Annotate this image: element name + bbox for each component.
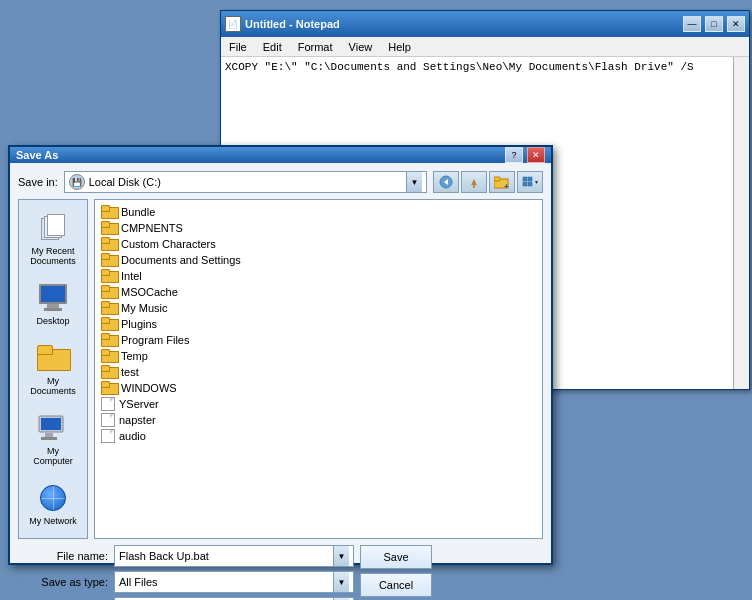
nav-label-desktop: Desktop: [36, 316, 69, 326]
saveas-fields: File name: Flash Back Up.bat ▼ Save as t…: [18, 545, 354, 600]
folder-icon: [101, 365, 117, 379]
file-item-name: MSOCache: [121, 286, 178, 298]
file-item-name: test: [121, 366, 139, 378]
filename-combo[interactable]: Flash Back Up.bat ▼: [114, 545, 354, 567]
svg-rect-9: [523, 182, 527, 186]
views-button[interactable]: [517, 171, 543, 193]
list-item[interactable]: Temp: [99, 348, 538, 364]
list-item[interactable]: CMPNENTS: [99, 220, 538, 236]
svg-rect-13: [41, 418, 61, 430]
file-item-name: audio: [119, 430, 146, 442]
new-folder-button[interactable]: +: [489, 171, 515, 193]
computer-icon: [37, 412, 69, 444]
saveas-body: Save in: 💾 Local Disk (C:) ▼: [10, 163, 551, 600]
back-button[interactable]: [433, 171, 459, 193]
drive-icon: 💾: [69, 174, 85, 190]
saveas-action-buttons: Save Cancel: [360, 545, 432, 597]
file-item-name: Bundle: [121, 206, 155, 218]
filetype-dropdown-arrow[interactable]: ▼: [333, 572, 349, 592]
notepad-menubar: File Edit Format View Help: [221, 37, 749, 57]
new-folder-icon: +: [494, 175, 510, 189]
save-button[interactable]: Save: [360, 545, 432, 569]
save-in-dropdown-arrow[interactable]: ▼: [406, 172, 422, 192]
saveas-titlebar: Save As ? ✕: [10, 147, 551, 163]
svg-rect-14: [45, 433, 53, 437]
nav-item-recent[interactable]: My Recent Documents: [23, 208, 83, 270]
saveas-filelist[interactable]: BundleCMPNENTSCustom CharactersDocuments…: [94, 199, 543, 539]
notepad-title: Untitled - Notepad: [245, 18, 679, 30]
saveas-main-area: My Recent Documents Desktop: [18, 199, 543, 539]
menu-edit[interactable]: Edit: [259, 41, 286, 53]
toolbar-buttons: +: [433, 171, 543, 193]
folder-icon: [101, 349, 117, 363]
list-item[interactable]: MSOCache: [99, 284, 538, 300]
file-icon: [101, 413, 115, 427]
saveas-help-button[interactable]: ?: [505, 147, 523, 163]
notepad-close-button[interactable]: ✕: [727, 16, 745, 32]
folder-icon: [101, 301, 117, 315]
save-in-combo[interactable]: 💾 Local Disk (C:) ▼: [64, 171, 427, 193]
menu-help[interactable]: Help: [384, 41, 415, 53]
nav-label-network: My Network: [29, 516, 77, 526]
menu-file[interactable]: File: [225, 41, 251, 53]
folder-icon: [101, 205, 117, 219]
menu-format[interactable]: Format: [294, 41, 337, 53]
list-item[interactable]: YServer: [99, 396, 538, 412]
saveas-dialog: Save As ? ✕ Save in: 💾 Local Disk (C:) ▼: [8, 145, 553, 565]
file-item-name: My Music: [121, 302, 167, 314]
list-item[interactable]: Intel: [99, 268, 538, 284]
list-item[interactable]: Plugins: [99, 316, 538, 332]
filetype-combo[interactable]: All Files ▼: [114, 571, 354, 593]
list-item[interactable]: test: [99, 364, 538, 380]
notepad-maximize-button[interactable]: □: [705, 16, 723, 32]
filetype-value: All Files: [119, 576, 333, 588]
file-item-name: napster: [119, 414, 156, 426]
list-item[interactable]: Custom Characters: [99, 236, 538, 252]
list-item[interactable]: audio: [99, 428, 538, 444]
nav-item-network[interactable]: My Network: [23, 478, 83, 530]
menu-view[interactable]: View: [345, 41, 377, 53]
nav-item-documents[interactable]: My Documents: [23, 338, 83, 400]
nav-item-desktop[interactable]: Desktop: [23, 278, 83, 330]
file-icon: [101, 429, 115, 443]
save-in-label: Save in:: [18, 176, 58, 188]
list-item[interactable]: napster: [99, 412, 538, 428]
recent-icon: [37, 212, 69, 244]
svg-marker-2: [471, 179, 477, 185]
list-item[interactable]: Documents and Settings: [99, 252, 538, 268]
saveas-nav-panel: My Recent Documents Desktop: [18, 199, 88, 539]
views-icon: [522, 175, 538, 189]
file-item-name: Documents and Settings: [121, 254, 241, 266]
nav-item-computer[interactable]: My Computer: [23, 408, 83, 470]
list-item[interactable]: My Music: [99, 300, 538, 316]
list-item[interactable]: Bundle: [99, 204, 538, 220]
svg-text:+: +: [504, 182, 509, 189]
notepad-minimize-button[interactable]: —: [683, 16, 701, 32]
svg-rect-3: [473, 185, 475, 188]
saveas-title: Save As: [16, 149, 501, 161]
file-item-name: Plugins: [121, 318, 157, 330]
filetype-label: Save as type:: [18, 576, 108, 588]
file-item-name: CMPNENTS: [121, 222, 183, 234]
list-item[interactable]: WINDOWS: [99, 380, 538, 396]
up-icon: [467, 175, 481, 189]
file-item-name: Custom Characters: [121, 238, 216, 250]
svg-marker-11: [535, 181, 538, 184]
folder-icon: [101, 237, 117, 251]
nav-label-recent: My Recent Documents: [27, 246, 79, 266]
filename-row: File name: Flash Back Up.bat ▼: [18, 545, 354, 567]
saveas-close-button[interactable]: ✕: [527, 147, 545, 163]
cancel-button[interactable]: Cancel: [360, 573, 432, 597]
nav-label-computer: My Computer: [27, 446, 79, 466]
file-item-name: YServer: [119, 398, 159, 410]
folder-icon: [101, 285, 117, 299]
filename-dropdown-arrow[interactable]: ▼: [333, 546, 349, 566]
filename-label: File name:: [18, 550, 108, 562]
notepad-scrollbar[interactable]: [733, 57, 749, 389]
list-item[interactable]: Program Files: [99, 332, 538, 348]
svg-rect-7: [523, 177, 527, 181]
folder-icon: [101, 253, 117, 267]
file-item-name: Intel: [121, 270, 142, 282]
up-button[interactable]: [461, 171, 487, 193]
documents-icon: [37, 342, 69, 374]
